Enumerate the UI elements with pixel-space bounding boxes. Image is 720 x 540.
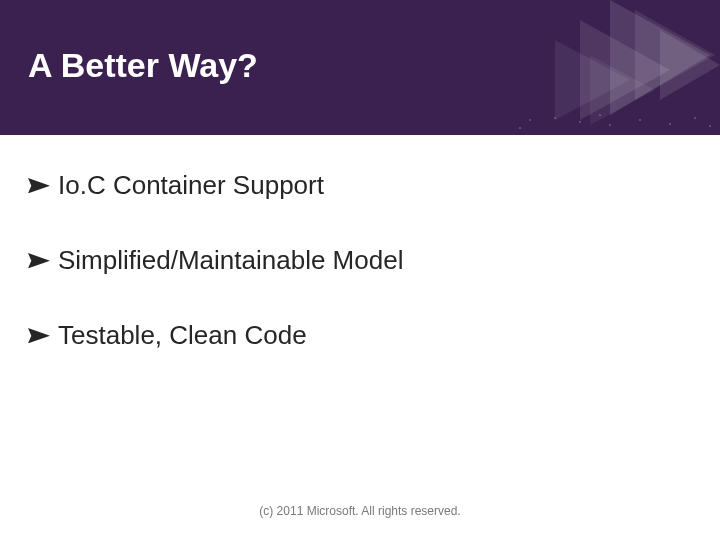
svg-marker-3 bbox=[555, 40, 630, 120]
svg-point-15 bbox=[599, 114, 601, 116]
svg-marker-4 bbox=[660, 30, 720, 100]
bullet-text: Io.C Container Support bbox=[58, 170, 324, 201]
svg-point-9 bbox=[609, 124, 611, 126]
bullet-arrow-icon bbox=[28, 328, 50, 350]
bullet-item: Io.C Container Support bbox=[28, 170, 690, 201]
bullet-item: Simplified/Maintainable Model bbox=[28, 245, 690, 276]
svg-marker-5 bbox=[590, 55, 655, 125]
svg-point-7 bbox=[554, 117, 556, 119]
header-triangles-decoration bbox=[460, 0, 720, 135]
svg-point-12 bbox=[694, 117, 696, 119]
slide-header: A Better Way? bbox=[0, 0, 720, 135]
slide-content: Io.C Container Support Simplified/Mainta… bbox=[28, 170, 690, 395]
bullet-text: Testable, Clean Code bbox=[58, 320, 307, 351]
svg-marker-17 bbox=[28, 253, 50, 268]
slide: A Better Way? bbox=[0, 0, 720, 540]
slide-footer: (c) 2011 Microsoft. All rights reserved. bbox=[0, 504, 720, 518]
svg-marker-0 bbox=[580, 20, 670, 120]
bullet-item: Testable, Clean Code bbox=[28, 320, 690, 351]
svg-marker-1 bbox=[610, 0, 710, 115]
svg-point-11 bbox=[669, 123, 671, 125]
svg-marker-2 bbox=[635, 10, 715, 100]
svg-point-6 bbox=[529, 119, 531, 121]
svg-point-14 bbox=[519, 127, 521, 129]
slide-title: A Better Way? bbox=[28, 46, 258, 85]
bullet-arrow-icon bbox=[28, 178, 50, 200]
svg-point-10 bbox=[639, 119, 641, 121]
bullet-text: Simplified/Maintainable Model bbox=[58, 245, 403, 276]
bullet-arrow-icon bbox=[28, 253, 50, 275]
svg-marker-18 bbox=[28, 328, 50, 343]
svg-point-8 bbox=[579, 121, 581, 123]
svg-marker-16 bbox=[28, 178, 50, 193]
svg-point-13 bbox=[709, 125, 711, 127]
